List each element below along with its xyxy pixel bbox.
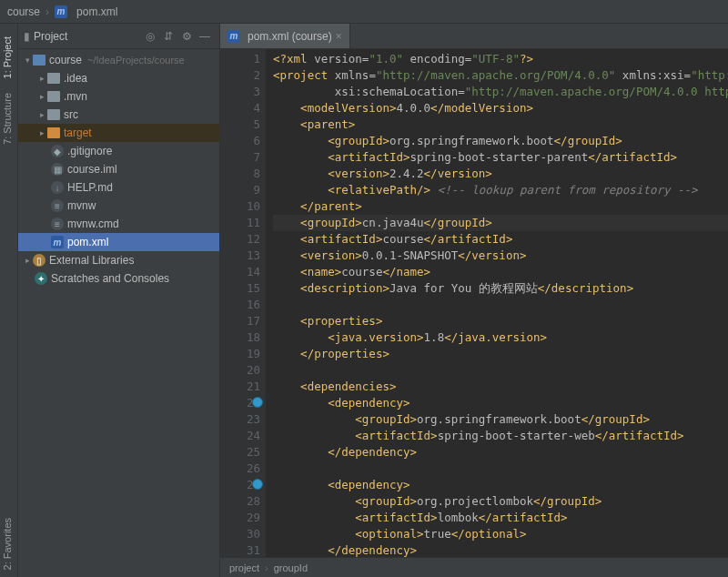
code-line[interactable]: <relativePath/> <!-- lookup parent from …	[273, 182, 728, 198]
expand-icon[interactable]: ⇵	[159, 27, 177, 46]
tree-scratches[interactable]: ✦ Scratches and Consoles	[18, 269, 219, 288]
tree-folder-idea[interactable]: ▸ .idea	[18, 69, 219, 87]
code-line[interactable]: <artifactId>lombok</artifactId>	[273, 510, 728, 526]
tree-file-help[interactable]: ↓ HELP.md	[18, 178, 219, 197]
tree-folder-target[interactable]: ▸ target	[18, 124, 219, 142]
code-line[interactable]: <artifactId>spring-boot-starter-parent</…	[273, 149, 728, 166]
chevron-right-icon[interactable]: ▸	[36, 110, 47, 119]
code-line[interactable]: <version>0.0.1-SNAPSHOT</version>	[273, 248, 728, 264]
code-line[interactable]: <dependency>	[273, 395, 728, 411]
code-line[interactable]: <dependency>	[273, 477, 728, 493]
code-line[interactable]	[273, 362, 728, 379]
tab-pom[interactable]: m pom.xml (course) ×	[220, 24, 350, 48]
tree-external-libraries[interactable]: ▸ ▯ External Libraries	[18, 251, 219, 269]
line-number[interactable]: 8	[222, 166, 260, 182]
line-number[interactable]: 22	[222, 395, 260, 411]
line-number[interactable]: 5	[222, 116, 260, 133]
hide-icon[interactable]: —	[196, 27, 214, 46]
code-line[interactable]	[273, 461, 728, 477]
line-number[interactable]: 21	[222, 379, 260, 395]
line-number[interactable]: 24	[222, 428, 260, 444]
code-line[interactable]: </parent>	[273, 198, 728, 215]
line-number[interactable]: 16	[222, 297, 260, 313]
gutter-mark-icon[interactable]	[252, 397, 263, 408]
close-icon[interactable]: ×	[336, 30, 342, 43]
locate-icon[interactable]: ◎	[141, 27, 159, 46]
line-number[interactable]: 13	[222, 248, 260, 264]
code-editor[interactable]: 1234567891011121314151617181920212223242…	[220, 49, 728, 557]
code-line[interactable]: <name>course</name>	[273, 264, 728, 280]
line-number[interactable]: 9	[222, 182, 260, 198]
line-number[interactable]: 28	[222, 493, 260, 510]
breadcrumb-root[interactable]: course	[7, 5, 40, 18]
chevron-right-icon[interactable]: ▸	[36, 92, 47, 101]
code-line[interactable]: <groupId>org.springframework.boot</group…	[273, 133, 728, 149]
line-number[interactable]: 7	[222, 149, 260, 166]
code-line[interactable]: <artifactId>spring-boot-starter-web</art…	[273, 428, 728, 444]
line-number[interactable]: 18	[222, 329, 260, 346]
chevron-right-icon[interactable]: ▸	[22, 256, 33, 265]
tree-file-pom[interactable]: m pom.xml	[18, 233, 219, 251]
code-line[interactable]: <dependencies>	[273, 379, 728, 395]
tool-structure[interactable]: 7: Structure	[0, 86, 17, 152]
code-line[interactable]: <parent>	[273, 116, 728, 133]
gutter-mark-icon[interactable]	[252, 479, 263, 490]
code-line[interactable]: <modelVersion>4.0.0</modelVersion>	[273, 100, 728, 116]
chevron-right-icon[interactable]: ▸	[36, 128, 47, 137]
code-line[interactable]: <description>Java for You 的教程网站</descrip…	[273, 280, 728, 297]
code-line[interactable]: <groupId>cn.java4u</groupId>	[273, 215, 728, 231]
line-number[interactable]: 6	[222, 133, 260, 149]
line-number[interactable]: 25	[222, 444, 260, 461]
line-number[interactable]: 19	[222, 346, 260, 362]
breadcrumb-file[interactable]: pom.xml	[76, 5, 117, 18]
line-number[interactable]: 11	[222, 215, 260, 231]
code-line[interactable]: xsi:schemaLocation="http://maven.apache.…	[273, 84, 728, 100]
line-number[interactable]: 27	[222, 477, 260, 493]
line-number[interactable]: 23	[222, 411, 260, 428]
line-number[interactable]: 20	[222, 362, 260, 379]
tree-project-root[interactable]: ▾ course ~/IdeaProjects/course	[18, 51, 219, 69]
line-number[interactable]: 10	[222, 198, 260, 215]
line-number[interactable]: 15	[222, 280, 260, 297]
chevron-right-icon[interactable]: ▸	[36, 74, 47, 83]
line-number[interactable]: 4	[222, 100, 260, 116]
code-line[interactable]: </dependency>	[273, 542, 728, 557]
line-number[interactable]: 30	[222, 526, 260, 542]
line-number[interactable]: 29	[222, 510, 260, 526]
status-groupid[interactable]: groupId	[274, 562, 308, 573]
tool-project[interactable]: 1: Project	[0, 29, 17, 86]
tree-file-mvnw[interactable]: ≡ mvnw	[18, 197, 219, 215]
line-number[interactable]: 2	[222, 67, 260, 84]
code-line[interactable]: <artifactId>course</artifactId>	[273, 231, 728, 248]
status-project[interactable]: project	[229, 562, 259, 573]
panel-title[interactable]: Project	[34, 30, 141, 43]
code-line[interactable]: <version>2.4.2</version>	[273, 166, 728, 182]
code-content[interactable]: <?xml version="1.0" encoding="UTF-8"?><p…	[266, 49, 728, 557]
line-number[interactable]: 3	[222, 84, 260, 100]
tool-favorites[interactable]: 2: Favorites	[0, 511, 17, 577]
code-line[interactable]: <?xml version="1.0" encoding="UTF-8"?>	[273, 51, 728, 67]
code-line[interactable]: <optional>true</optional>	[273, 526, 728, 542]
code-line[interactable]: </properties>	[273, 346, 728, 362]
line-number[interactable]: 14	[222, 264, 260, 280]
gutter[interactable]: 1234567891011121314151617181920212223242…	[220, 49, 266, 557]
line-number[interactable]: 26	[222, 461, 260, 477]
code-line[interactable]: <properties>	[273, 313, 728, 329]
line-number[interactable]: 12	[222, 231, 260, 248]
code-line[interactable]: <groupId>org.springframework.boot</group…	[273, 411, 728, 428]
chevron-down-icon[interactable]: ▾	[22, 56, 33, 65]
code-line[interactable]	[273, 297, 728, 313]
tree-file-mvnwcmd[interactable]: ≡ mvnw.cmd	[18, 215, 219, 233]
line-number[interactable]: 17	[222, 313, 260, 329]
tree-folder-mvn[interactable]: ▸ .mvn	[18, 87, 219, 106]
code-line[interactable]: <java.version>1.8</java.version>	[273, 329, 728, 346]
tree-folder-src[interactable]: ▸ src	[18, 106, 219, 124]
line-number[interactable]: 31	[222, 542, 260, 557]
code-line[interactable]: </dependency>	[273, 444, 728, 461]
tree-file-gitignore[interactable]: ◆ .gitignore	[18, 142, 219, 160]
gear-icon[interactable]: ⚙	[177, 27, 196, 46]
code-line[interactable]: <project xmlns="http://maven.apache.org/…	[273, 67, 728, 84]
tree-file-iml[interactable]: ▦ course.iml	[18, 160, 219, 178]
project-tree[interactable]: ▾ course ~/IdeaProjects/course ▸ .idea ▸…	[18, 49, 219, 577]
line-number[interactable]: 1	[222, 51, 260, 67]
